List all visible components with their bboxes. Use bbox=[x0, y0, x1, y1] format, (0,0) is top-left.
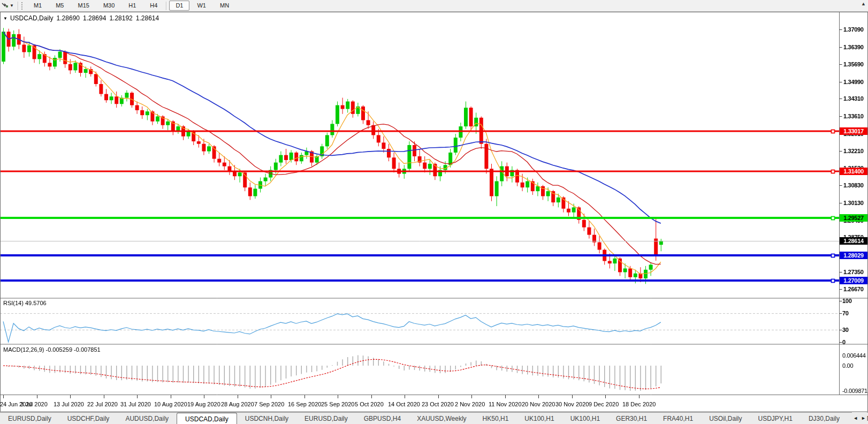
chart-tab-usdchf-daily[interactable]: USDCHF,Daily bbox=[59, 413, 118, 424]
hline-price-label: 1.28029 bbox=[840, 252, 867, 259]
toolbar-drag-grip[interactable] bbox=[21, 2, 24, 10]
date-axis-label: 28 Aug 2020 bbox=[221, 401, 254, 407]
date-axis-label: 22 Jul 2020 bbox=[87, 401, 118, 407]
date-axis-label: 16 Sep 2020 bbox=[288, 401, 321, 407]
date-axis-label: 13 Jul 2020 bbox=[54, 401, 84, 407]
price-axis-tick-label: 1.36390 bbox=[843, 44, 864, 50]
chart-tab-hk50-h1[interactable]: HK50,H1 bbox=[475, 413, 517, 424]
toolbar: ▼ M1M5M15M30H1H4D1W1MN ▲ bbox=[0, 0, 868, 12]
price-axis-tick-label: 1.35690 bbox=[843, 61, 864, 67]
timeframe-button-m15[interactable]: M15 bbox=[71, 1, 95, 11]
timeframe-button-h1[interactable]: H1 bbox=[122, 1, 142, 11]
price-axis-tick-label: 1.34990 bbox=[843, 79, 864, 85]
chart-tab-audusd-daily[interactable]: AUDUSD,Daily bbox=[117, 413, 177, 424]
macd-axis-tick-label: 0.006444 bbox=[842, 352, 865, 359]
chart-tab-usoil-daily[interactable]: USOil,Daily bbox=[701, 413, 750, 424]
timeframe-button-m30[interactable]: M30 bbox=[97, 1, 121, 11]
hline-price-label: 1.33017 bbox=[840, 127, 867, 135]
chart-tab-usdcnh-daily[interactable]: USDCNH,Daily bbox=[237, 413, 296, 424]
price-axis-tick-label: 1.37090 bbox=[843, 26, 864, 33]
date-axis-label: 2 Nov 2020 bbox=[455, 401, 485, 407]
date-axis-label: 10 Aug 2020 bbox=[154, 401, 187, 407]
chart-tool-dropdown-icon[interactable]: ▼ bbox=[10, 3, 14, 8]
date-axis-label: 14 Oct 2020 bbox=[388, 401, 420, 407]
timeframe-button-mn[interactable]: MN bbox=[214, 1, 235, 11]
timeframe-button-m1[interactable]: M1 bbox=[27, 1, 48, 11]
timeframe-button-group: M1M5M15M30H1H4D1W1MN bbox=[27, 1, 236, 11]
price-axis-tick-label: 1.34310 bbox=[843, 95, 864, 102]
date-axis-label: 19 Aug 2020 bbox=[187, 401, 220, 407]
macd-axis-tick-label: -0.009871 bbox=[842, 388, 867, 394]
chart-tab-usdcad-daily[interactable]: USDCAD,Daily bbox=[177, 413, 237, 424]
date-axis-label: 25 Sep 2020 bbox=[321, 401, 354, 407]
price-axis-tick-label: 1.33610 bbox=[843, 113, 864, 119]
rsi-axis-tick-label: 70 bbox=[842, 310, 849, 316]
timeframe-button-d1[interactable]: D1 bbox=[169, 1, 189, 11]
main-chart-canvas[interactable] bbox=[0, 0, 868, 424]
chart-tab-xauusd-weekly[interactable]: XAUUSD,Weekly bbox=[409, 413, 474, 424]
chart-tab-bar: EURUSD,DailyUSDCHF,DailyAUDUSD,DailyUSDC… bbox=[0, 412, 868, 424]
date-axis-label: 23 Oct 2020 bbox=[422, 401, 454, 407]
chart-tab-gbpusd-h4[interactable]: GBPUSD,H4 bbox=[356, 413, 409, 424]
price-axis-tick-label: 1.30130 bbox=[843, 200, 864, 206]
hline-price-label: 1.29527 bbox=[840, 214, 867, 222]
quote-low: 1.28192 bbox=[109, 14, 132, 22]
date-axis-label: 18 Dec 2020 bbox=[622, 401, 656, 407]
chart-tab-dj30-daily[interactable]: DJ30,Daily bbox=[801, 413, 848, 424]
timeframe-button-m5[interactable]: M5 bbox=[49, 1, 70, 11]
quote-high: 1.28694 bbox=[83, 14, 106, 22]
rsi-axis-tick-label: 30 bbox=[842, 327, 849, 333]
date-axis-label: 20 Nov 2020 bbox=[522, 401, 555, 407]
current-price-label: 1.28614 bbox=[840, 237, 867, 245]
date-axis-label: 11 Nov 2020 bbox=[489, 401, 522, 407]
date-axis-label: 31 Jul 2020 bbox=[120, 401, 151, 407]
toolbar-separator bbox=[166, 2, 167, 10]
tab-scroll-right-icon[interactable]: ► bbox=[861, 415, 866, 421]
tab-scroll-controls: ◄ ► bbox=[852, 412, 867, 424]
chart-tab-eurusd-daily[interactable]: EURUSD,Daily bbox=[0, 413, 59, 424]
chart-tool-icon[interactable] bbox=[1, 2, 9, 10]
chart-title: ▼ USDCAD,Daily 1.28690 1.28694 1.28192 1… bbox=[3, 14, 162, 22]
rsi-axis-tick-label: 100 bbox=[842, 298, 851, 304]
macd-indicator-label: MACD(12,26,9) -0.005259 -0.007851 bbox=[3, 346, 101, 353]
date-axis-label: 3 Jul 2020 bbox=[20, 401, 48, 407]
chart-tab-eurusd-daily[interactable]: EURUSD,Daily bbox=[296, 413, 356, 424]
date-axis-label: 30 Nov 2020 bbox=[555, 401, 589, 407]
rsi-axis-tick-label: 0 bbox=[842, 339, 846, 345]
symbol-dropdown-icon[interactable]: ▼ bbox=[3, 16, 7, 21]
chart-tab-uk100-h1[interactable]: UK100,H1 bbox=[562, 413, 608, 424]
date-axis-label: 5 Oct 2020 bbox=[355, 401, 384, 407]
hline-price-label: 1.31400 bbox=[840, 168, 867, 175]
date-axis-label: 9 Dec 2020 bbox=[589, 401, 619, 407]
chart-tab-fra40-h1[interactable]: FRA40,H1 bbox=[655, 413, 701, 424]
toolbar-separator bbox=[18, 2, 19, 10]
price-axis-tick-label: 1.26670 bbox=[843, 286, 864, 292]
hline-price-label: 1.27009 bbox=[840, 277, 867, 284]
timeframe-button-w1[interactable]: W1 bbox=[191, 1, 212, 11]
quote-open: 1.28690 bbox=[57, 14, 80, 22]
price-axis-tick-label: 1.27350 bbox=[843, 269, 864, 275]
quote-close: 1.28614 bbox=[136, 14, 159, 22]
chart-tab-ger30-h1[interactable]: GER30,H1 bbox=[608, 413, 655, 424]
rsi-indicator-label: RSI(14) 49.5706 bbox=[3, 300, 47, 306]
price-axis-tick-label: 1.32210 bbox=[843, 148, 864, 154]
toolbar-overflow-icon[interactable]: ▲ bbox=[861, 1, 866, 6]
tab-scroll-left-icon[interactable]: ◄ bbox=[853, 415, 858, 421]
chart-tab-uk100-h1[interactable]: UK100,H1 bbox=[516, 413, 562, 424]
timeframe-button-h4[interactable]: H4 bbox=[143, 1, 164, 11]
date-axis-label: 7 Sep 2020 bbox=[254, 401, 284, 407]
macd-axis-tick-label: 0.00 bbox=[842, 362, 853, 369]
price-axis-tick-label: 1.30830 bbox=[843, 182, 864, 188]
trading-terminal: { "toolbar": { "dropdown_caret": "▼", "o… bbox=[0, 0, 868, 424]
chart-tab-usdjpy-h1[interactable]: USDJPY,H1 bbox=[750, 413, 800, 424]
chart-symbol: USDCAD,Daily bbox=[10, 14, 54, 22]
